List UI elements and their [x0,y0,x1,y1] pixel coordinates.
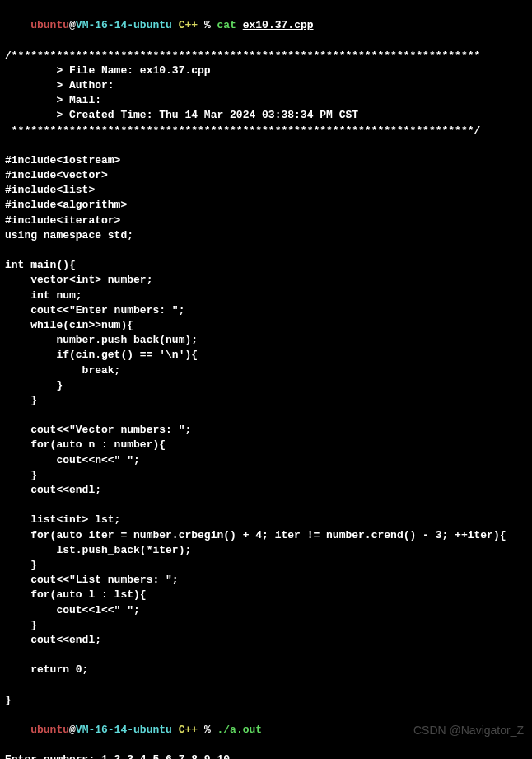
prompt-line-1: ubuntu@VM-16-14-ubuntu C++ % cat ex10.37… [5,3,527,49]
code-line: #include<algorithm> [5,198,527,213]
code-line: vector<int> number; [5,273,527,288]
file-header-author: > Author: [5,78,527,93]
source-code: #include<iostream>#include<vector>#inclu… [5,138,527,708]
code-line: #include<iterator> [5,213,527,228]
prompt-host: VM-16-14-ubuntu [76,19,172,31]
prompt-sep: % [204,724,217,736]
prompt-cwd: C++ [172,19,204,31]
code-line: } [5,378,527,393]
code-line: cout<<"Enter numbers: "; [5,303,527,318]
code-line [5,138,527,153]
code-line: int main(){ [5,258,527,273]
code-line: #include<iostream> [5,153,527,168]
file-header-filename: > File Name: ex10.37.cpp [5,63,527,78]
code-line [5,243,527,258]
code-line: cout<<endl; [5,633,527,648]
file-header-open: /***************************************… [5,49,527,63]
code-line: } [5,618,527,633]
code-line: list<int> lst; [5,513,527,527]
prompt-user: ubuntu [30,724,69,736]
code-line: for(auto n : number){ [5,438,527,452]
code-line [5,498,527,513]
code-line: return 0; [5,663,527,677]
prompt-user: ubuntu [30,19,69,31]
code-line: } [5,393,527,408]
code-line: using namespace std; [5,228,527,243]
code-line: cout<<l<<" "; [5,603,527,618]
prompt-host: VM-16-14-ubuntu [76,724,172,736]
code-line: cout<<n<<" "; [5,453,527,468]
prompt-sep: % [204,19,217,31]
prompt-at: @ [69,19,76,31]
code-line: } [5,468,527,483]
program-output: Enter numbers: 1 2 3 4 5 6 7 8 9 10Vecto… [5,752,527,759]
command-run: ./a.out [217,724,263,736]
file-header-mail: > Mail: [5,93,527,108]
code-line: } [5,558,527,573]
file-header-created: > Created Time: Thu 14 Mar 2024 03:38:34… [5,108,527,123]
code-line: for(auto iter = number.crbegin() + 4; it… [5,528,527,543]
code-line: cout<<"List numbers: "; [5,573,527,588]
code-line: #include<list> [5,183,527,198]
code-line: for(auto l : lst){ [5,588,527,602]
code-line: cout<<"Vector numbers: "; [5,423,527,438]
code-line [5,677,527,692]
code-line: cout<<endl; [5,483,527,498]
command-arg: ex10.37.cpp [243,19,314,31]
code-line: number.push_back(num); [5,333,527,348]
code-line: int num; [5,288,527,303]
code-line [5,648,527,663]
code-line: lst.push_back(*iter); [5,543,527,558]
code-line: } [5,693,527,708]
file-header-close: ****************************************… [5,124,527,138]
prompt-at: @ [69,724,76,736]
terminal[interactable]: ubuntu@VM-16-14-ubuntu C++ % cat ex10.37… [5,3,527,759]
code-line: #include<vector> [5,168,527,183]
code-line: if(cin.get() == '\n'){ [5,348,527,363]
code-line [5,408,527,423]
watermark: CSDN @Navigator_Z [413,723,524,739]
command-cat: cat [217,19,243,31]
code-line: break; [5,363,527,378]
code-line: while(cin>>num){ [5,318,527,333]
prompt-cwd: C++ [172,724,204,736]
output-line: Enter numbers: 1 2 3 4 5 6 7 8 9 10 [5,752,527,759]
